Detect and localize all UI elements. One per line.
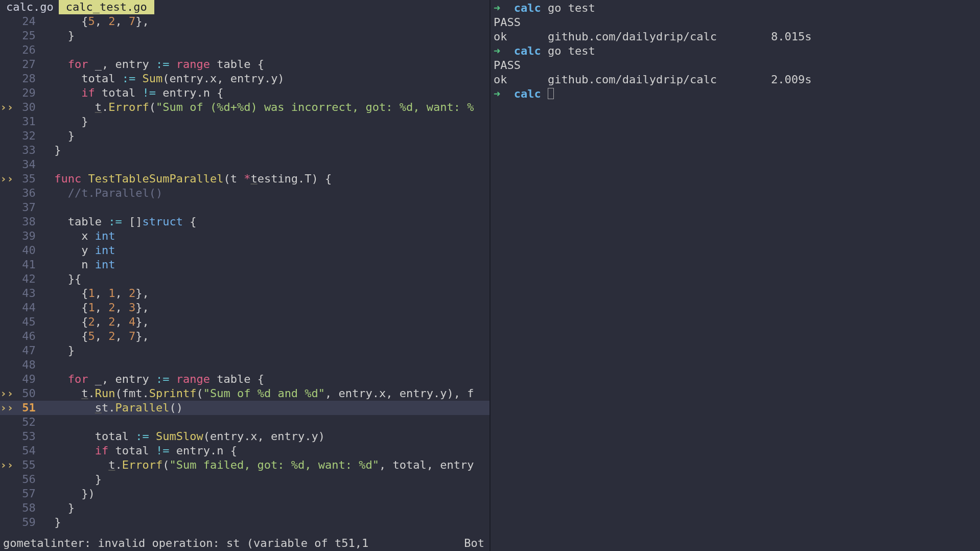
code-content[interactable]: t.Run(fmt.Sprintf("Sum of %d and %d", en… <box>41 386 474 401</box>
code-content[interactable]: } <box>41 114 88 129</box>
code-content[interactable]: } <box>41 472 102 487</box>
code-content[interactable]: st.Parallel() <box>41 401 183 415</box>
line-number: 28 <box>15 72 41 86</box>
code-content[interactable]: } <box>41 129 75 143</box>
line-number: 30 <box>15 100 41 114</box>
code-content[interactable]: }{ <box>41 272 81 286</box>
code-content[interactable]: {5, 2, 7}, <box>41 329 149 343</box>
code-line[interactable]: 31 } <box>0 114 489 129</box>
code-line[interactable]: 34 <box>0 157 489 172</box>
tab-calc-go[interactable]: calc.go <box>0 0 59 14</box>
line-number: 44 <box>15 301 41 315</box>
code-content[interactable]: for _, entry := range table { <box>41 57 264 72</box>
code-line[interactable]: ›› 30 t.Errorf("Sum of (%d+%d) was incor… <box>0 100 489 114</box>
sign-column <box>0 343 15 358</box>
code-content[interactable]: {1, 1, 2}, <box>41 286 149 301</box>
code-line[interactable]: 53 total := SumSlow(entry.x, entry.y) <box>0 429 489 444</box>
code-line[interactable]: 54 if total != entry.n { <box>0 444 489 458</box>
code-content[interactable]: t.Errorf("Sum failed, got: %d, want: %d"… <box>41 458 474 472</box>
workspace: calc.gocalc_test.go 24 {5, 2, 7}, 25 } 2… <box>0 0 980 551</box>
code-line[interactable]: 28 total := Sum(entry.x, entry.y) <box>0 72 489 86</box>
prompt-arrow-icon: ➜ <box>494 44 514 57</box>
code-content[interactable]: if total != entry.n { <box>41 444 237 458</box>
code-content[interactable]: total := Sum(entry.x, entry.y) <box>41 72 285 86</box>
code-line[interactable]: 41 n int <box>0 258 489 272</box>
line-number: 58 <box>15 501 41 515</box>
code-content[interactable]: table := []struct { <box>41 215 197 229</box>
sign-column <box>0 229 15 243</box>
code-line[interactable]: 25 } <box>0 29 489 43</box>
code-line[interactable]: 56 } <box>0 472 489 487</box>
code-content[interactable]: t.Errorf("Sum of (%d+%d) was incorrect, … <box>41 100 474 114</box>
code-line[interactable]: 44 {1, 2, 3}, <box>0 301 489 315</box>
code-line[interactable]: 52 <box>0 415 489 429</box>
code-line[interactable]: 26 <box>0 43 489 57</box>
code-content[interactable]: } <box>41 501 75 515</box>
line-number: 43 <box>15 286 41 301</box>
sign-column <box>0 57 15 72</box>
code-line[interactable]: 27 for _, entry := range table { <box>0 57 489 72</box>
line-number: 53 <box>15 429 41 444</box>
code-content[interactable]: for _, entry := range table { <box>41 372 264 386</box>
sign-column <box>0 29 15 43</box>
code-line[interactable]: 33 } <box>0 143 489 157</box>
code-content[interactable]: //t.Parallel() <box>41 186 162 200</box>
code-line[interactable]: 42 }{ <box>0 272 489 286</box>
line-number: 45 <box>15 315 41 329</box>
code-content[interactable]: } <box>41 343 75 358</box>
terminal-cursor[interactable] <box>548 88 554 99</box>
code-line[interactable]: 40 y int <box>0 243 489 258</box>
code-content[interactable]: {1, 2, 3}, <box>41 301 149 315</box>
code-line[interactable]: 37 <box>0 200 489 215</box>
code-line[interactable]: 39 x int <box>0 229 489 243</box>
code-line[interactable]: 48 <box>0 358 489 372</box>
code-line[interactable]: 46 {5, 2, 7}, <box>0 329 489 343</box>
code-line[interactable]: ›› 55 t.Errorf("Sum failed, got: %d, wan… <box>0 458 489 472</box>
line-number: 55 <box>15 458 41 472</box>
code-line[interactable]: 59 } <box>0 515 489 530</box>
code-line[interactable]: ›› 35 func TestTableSumParallel(t *testi… <box>0 172 489 186</box>
code-content[interactable]: } <box>41 515 61 530</box>
code-content[interactable]: if total != entry.n { <box>41 86 224 100</box>
code-line[interactable]: 29 if total != entry.n { <box>0 86 489 100</box>
code-line[interactable]: 47 } <box>0 343 489 358</box>
terminal-line: ok github.com/dailydrip/calc 2.009s <box>494 73 977 87</box>
sign-column <box>0 301 15 315</box>
line-number: 40 <box>15 243 41 258</box>
code-lines[interactable]: 24 {5, 2, 7}, 25 } 26 27 for _, entry :=… <box>0 14 489 536</box>
sign-column <box>0 501 15 515</box>
code-content[interactable]: } <box>41 29 75 43</box>
tab-calc_test-go[interactable]: calc_test.go <box>59 0 154 14</box>
code-content[interactable]: n int <box>41 258 115 272</box>
code-line[interactable]: 43 {1, 1, 2}, <box>0 286 489 301</box>
code-line[interactable]: ›› 51 st.Parallel() <box>0 401 489 415</box>
code-content[interactable]: func TestTableSumParallel(t *testing.T) … <box>41 172 332 186</box>
code-content[interactable]: }) <box>41 487 95 501</box>
code-content[interactable]: {2, 2, 4}, <box>41 315 149 329</box>
terminal-pane[interactable]: ➜ calc go testPASSok github.com/dailydri… <box>491 0 980 551</box>
code-line[interactable]: 38 table := []struct { <box>0 215 489 229</box>
code-line[interactable]: 58 } <box>0 501 489 515</box>
code-line[interactable]: 45 {2, 2, 4}, <box>0 315 489 329</box>
code-content[interactable]: x int <box>41 229 115 243</box>
line-number: 56 <box>15 472 41 487</box>
code-content[interactable]: total := SumSlow(entry.x, entry.y) <box>41 429 325 444</box>
sign-column: ›› <box>0 401 15 415</box>
code-area[interactable]: 24 {5, 2, 7}, 25 } 26 27 for _, entry :=… <box>0 14 489 536</box>
code-content[interactable]: } <box>41 143 61 157</box>
code-line[interactable]: ›› 50 t.Run(fmt.Sprintf("Sum of %d and %… <box>0 386 489 401</box>
sign-column <box>0 358 15 372</box>
code-content[interactable]: {5, 2, 7}, <box>41 14 149 29</box>
code-line[interactable]: 49 for _, entry := range table { <box>0 372 489 386</box>
line-number: 31 <box>15 114 41 129</box>
line-number: 57 <box>15 487 41 501</box>
sign-column <box>0 415 15 429</box>
code-line[interactable]: 24 {5, 2, 7}, <box>0 14 489 29</box>
code-line[interactable]: 57 }) <box>0 487 489 501</box>
code-line[interactable]: 36 //t.Parallel() <box>0 186 489 200</box>
code-line[interactable]: 32 } <box>0 129 489 143</box>
sign-column <box>0 14 15 29</box>
sign-column <box>0 286 15 301</box>
code-content[interactable]: y int <box>41 243 115 258</box>
sign-column <box>0 472 15 487</box>
